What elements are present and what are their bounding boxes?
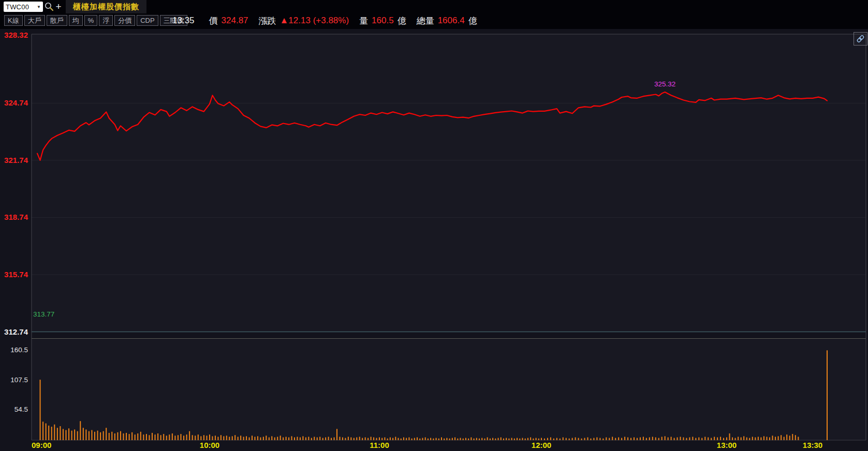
symbol-input[interactable]: TWC00 ▼ — [4, 2, 43, 12]
dropdown-caret-icon[interactable]: ▼ — [37, 5, 41, 9]
trading-app-window: 328.32324.74321.74318.74315.74312.74160.… — [0, 0, 868, 451]
change-value: ▲12.13 (+3.88%) — [280, 16, 349, 26]
total-volume-label: 總量 — [417, 15, 434, 27]
reference-low-label: 313.77 — [33, 310, 54, 318]
price-label: 價 — [209, 15, 218, 27]
total-volume-unit: 億 — [468, 15, 477, 27]
toolbar-button-major-players[interactable]: 大戶 — [24, 15, 45, 26]
toolbar-button-kline[interactable]: K線 — [4, 15, 23, 26]
intraday-chart[interactable]: 328.32324.74321.74318.74315.74312.74160.… — [0, 0, 868, 451]
svg-text:12:00: 12:00 — [532, 441, 551, 449]
svg-text:13:30: 13:30 — [803, 441, 822, 449]
svg-text:09:00: 09:00 — [32, 441, 51, 449]
search-icon[interactable] — [44, 2, 54, 12]
day-high-label: 325.32 — [654, 80, 675, 88]
status-bar: 13:35 價 324.87 漲跌 ▲12.13 (+3.88%) 量 160.… — [172, 15, 477, 26]
toolbar-button-price-distribution[interactable]: 分價 — [114, 15, 135, 26]
svg-text:328.32: 328.32 — [4, 31, 28, 39]
svg-text:11:00: 11:00 — [370, 441, 389, 449]
add-symbol-button[interactable]: + — [54, 1, 63, 13]
quote-time: 13:35 — [172, 16, 195, 26]
price-plot-bg — [32, 34, 866, 332]
svg-text:160.5: 160.5 — [10, 346, 28, 354]
svg-text:10:00: 10:00 — [200, 441, 219, 449]
toolbar-button-floating[interactable]: 浮 — [99, 15, 113, 26]
toolbar-button-retail-investors[interactable]: 散戶 — [47, 15, 67, 26]
volume-plot-bg — [32, 339, 866, 441]
closing-auction-volume-bar — [827, 350, 828, 440]
tab-index-name[interactable]: 櫃檯加權股價指數 — [66, 0, 146, 13]
toolbar-button-average[interactable]: 均 — [69, 15, 83, 26]
total-volume-value: 1606.4 — [438, 16, 465, 26]
volume-unit: 億 — [398, 15, 406, 27]
svg-text:315.74: 315.74 — [4, 270, 28, 279]
svg-text:318.74: 318.74 — [4, 213, 28, 221]
svg-text:107.5: 107.5 — [10, 376, 28, 384]
header-bar: TWC00 ▼ + 櫃檯加權股價指數 K線大戶散戶均%浮分價CDP三關價 13:… — [0, 0, 868, 29]
toolbar-button-cdp[interactable]: CDP — [137, 15, 158, 26]
svg-text:324.74: 324.74 — [4, 98, 28, 107]
change-label: 漲跌 — [259, 15, 276, 27]
toolbar-button-percent[interactable]: % — [84, 15, 98, 26]
svg-text:54.5: 54.5 — [14, 405, 28, 413]
symbol-value: TWC00 — [6, 3, 37, 11]
svg-text:321.74: 321.74 — [4, 156, 28, 164]
chart-toolbar: K線大戶散戶均%浮分價CDP三關價 — [4, 15, 187, 26]
volume-label: 量 — [359, 15, 368, 27]
volume-value: 160.5 — [372, 16, 394, 26]
chain-link-icon — [855, 34, 866, 44]
svg-text:13:00: 13:00 — [717, 441, 737, 449]
window-link-button[interactable] — [854, 32, 867, 46]
svg-text:312.74: 312.74 — [4, 327, 28, 336]
price-value: 324.87 — [222, 16, 248, 26]
